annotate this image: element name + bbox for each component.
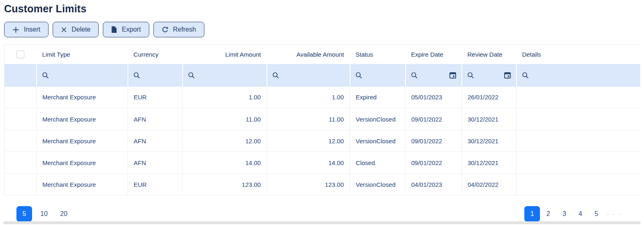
cell-status: VersionClosed: [350, 130, 405, 152]
cell-status: Closed: [350, 152, 405, 174]
cell-review-date: 30/12/2021: [462, 152, 517, 174]
filter-input-status[interactable]: [350, 64, 405, 87]
cell-currency: EUR: [128, 174, 183, 195]
page-button-4[interactable]: 4: [572, 206, 588, 222]
cell-limit-amount: 12.00: [183, 130, 267, 152]
column-header-details[interactable]: Details: [517, 45, 640, 64]
row-select-cell[interactable]: [5, 87, 37, 108]
filter-cell-checkbox: [5, 64, 37, 87]
cell-status: VersionClosed: [350, 108, 405, 130]
insert-button-label: Insert: [24, 26, 40, 33]
cell-limit-type: Merchant Exposure: [37, 130, 128, 152]
table-row[interactable]: Merchant Exposure AFN 12.00 12.00 Versio…: [5, 130, 640, 152]
cell-details: [517, 174, 640, 195]
page-title: Customer Limits: [4, 0, 640, 15]
row-select-cell[interactable]: [5, 152, 37, 174]
search-icon: [355, 72, 362, 79]
page-button-2[interactable]: 2: [540, 206, 556, 222]
page-button-1[interactable]: 1: [524, 206, 540, 222]
column-header-limit-amount[interactable]: Limit Amount: [183, 45, 267, 64]
cell-limit-amount: 14.00: [183, 152, 267, 174]
table-row[interactable]: Merchant Exposure AFN 11.00 11.00 Versio…: [5, 108, 640, 130]
filter-input-limit-amount[interactable]: [183, 64, 267, 87]
table-row[interactable]: Merchant Exposure EUR 1.00 1.00 Expired …: [5, 87, 640, 108]
cell-expire-date: 09/01/2022: [405, 108, 462, 130]
column-header-currency[interactable]: Currency: [128, 45, 183, 64]
column-header-available-amount[interactable]: Available Amount: [267, 45, 350, 64]
filter-input-review-date[interactable]: [462, 64, 517, 87]
calendar-icon[interactable]: [504, 71, 511, 79]
search-icon: [133, 72, 140, 79]
cell-available-amount: 14.00: [267, 152, 350, 174]
filter-input-available-amount[interactable]: [267, 64, 350, 87]
customer-limits-grid: Limit Type Currency Limit Amount Availab…: [4, 44, 640, 195]
row-select-cell[interactable]: [5, 108, 37, 130]
search-icon: [42, 72, 49, 79]
cell-review-date: 26/01/2022: [462, 87, 517, 108]
page-size-option-10[interactable]: 10: [36, 206, 52, 222]
column-header-limit-type[interactable]: Limit Type: [37, 45, 128, 64]
filter-input-details[interactable]: [517, 64, 640, 87]
cell-limit-type: Merchant Exposure: [37, 108, 128, 130]
column-header-status[interactable]: Status: [350, 45, 405, 64]
search-icon: [411, 72, 418, 79]
page-button-3[interactable]: 3: [556, 206, 572, 222]
refresh-icon: [162, 26, 169, 33]
select-all-checkbox[interactable]: [16, 51, 24, 58]
delete-button[interactable]: Delete: [53, 22, 99, 37]
cell-limit-amount: 11.00: [183, 108, 267, 130]
cell-review-date: 30/12/2021: [462, 130, 517, 152]
cell-available-amount: 12.00: [267, 130, 350, 152]
column-header-review-date[interactable]: Review Date: [462, 45, 517, 64]
document-icon: [111, 26, 117, 33]
cell-status: Expired: [350, 87, 405, 108]
refresh-button-label: Refresh: [173, 26, 196, 33]
export-button-label: Export: [122, 26, 141, 33]
cell-available-amount: 123.00: [267, 174, 350, 195]
cell-details: [517, 87, 640, 108]
insert-button[interactable]: Insert: [4, 22, 49, 37]
search-icon: [467, 72, 474, 79]
cell-available-amount: 1.00: [267, 87, 350, 108]
page-navigator: 1 2 3 4 5 . . .: [524, 206, 624, 222]
page-ellipsis: . . .: [605, 209, 624, 219]
x-icon: [61, 27, 67, 33]
search-icon: [188, 72, 195, 79]
filter-input-limit-type[interactable]: [37, 64, 128, 87]
cell-details: [517, 130, 640, 152]
grid-filter-row: [5, 64, 640, 87]
page-size-option-20[interactable]: 20: [56, 206, 72, 222]
cell-currency: EUR: [128, 87, 183, 108]
cell-review-date: 04/02/2022: [462, 174, 517, 195]
calendar-icon[interactable]: [449, 71, 456, 79]
cell-limit-type: Merchant Exposure: [37, 152, 128, 174]
cell-expire-date: 09/01/2022: [405, 152, 462, 174]
horizontal-scrollbar[interactable]: [3, 221, 641, 224]
cell-expire-date: 04/01/2023: [405, 174, 462, 195]
table-row[interactable]: Merchant Exposure AFN 14.00 14.00 Closed…: [5, 152, 640, 174]
grid-header-row: Limit Type Currency Limit Amount Availab…: [5, 45, 640, 64]
cell-available-amount: 11.00: [267, 108, 350, 130]
search-icon: [522, 72, 529, 79]
export-button[interactable]: Export: [103, 22, 149, 37]
cell-expire-date: 09/01/2022: [405, 130, 462, 152]
filter-input-currency[interactable]: [128, 64, 183, 87]
filter-input-expire-date[interactable]: [405, 64, 462, 87]
cell-limit-amount: 123.00: [183, 174, 267, 195]
search-icon: [272, 72, 279, 79]
row-select-cell[interactable]: [5, 174, 37, 195]
row-select-cell[interactable]: [5, 130, 37, 152]
table-row[interactable]: Merchant Exposure EUR 123.00 123.00 Vers…: [5, 174, 640, 195]
cell-review-date: 30/12/2021: [462, 108, 517, 130]
cell-details: [517, 108, 640, 130]
column-header-expire-date[interactable]: Expire Date: [405, 45, 462, 64]
page-size-option-5[interactable]: 5: [16, 206, 32, 222]
cell-details: [517, 152, 640, 174]
page-button-5[interactable]: 5: [588, 206, 604, 222]
cell-status: VersionClosed: [350, 174, 405, 195]
cell-currency: AFN: [128, 152, 183, 174]
refresh-button[interactable]: Refresh: [153, 22, 204, 37]
customer-limits-page: Customer Limits Insert Delete Export: [0, 0, 644, 222]
cell-expire-date: 05/01/2023: [405, 87, 462, 108]
pager: 5 10 20 1 2 3 4 5 . . .: [4, 206, 640, 222]
